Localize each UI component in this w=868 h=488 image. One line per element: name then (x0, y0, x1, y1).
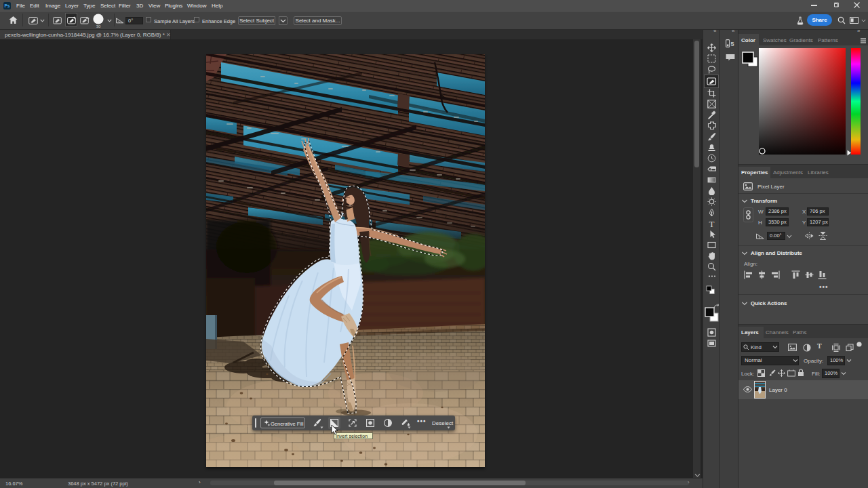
svg-text:5: 5 (731, 41, 734, 47)
svg-text:30: 30 (96, 24, 101, 28)
svg-text:T: T (709, 219, 715, 228)
